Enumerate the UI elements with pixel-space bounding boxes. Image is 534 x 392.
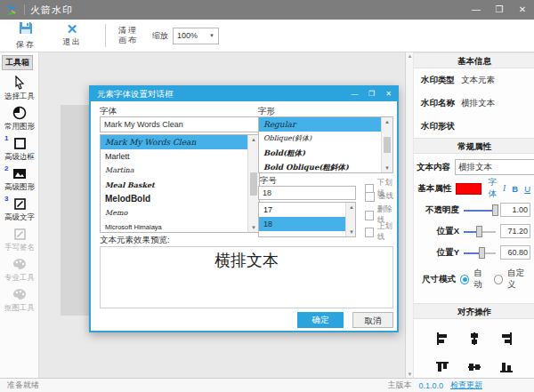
exit-icon: ✕	[67, 23, 78, 36]
scroll-down-icon[interactable]: ▼	[382, 165, 392, 171]
style-list-item[interactable]: Oblique(斜体)	[259, 132, 392, 146]
position-y-row: 位置Y 60.80	[417, 244, 530, 260]
window-maximize-button[interactable]: ❐	[488, 0, 511, 20]
watermark-name-row: 水印名称 横排文本	[414, 92, 534, 115]
style-list-item[interactable]: Bold Oblique(粗斜体)	[259, 160, 392, 173]
font-size-input[interactable]	[258, 186, 356, 200]
text-edit-icon	[13, 196, 27, 212]
scrollbar-thumb[interactable]	[250, 172, 257, 196]
text-color-swatch[interactable]	[456, 183, 481, 195]
zoom-value: 100%	[177, 31, 198, 40]
palette-icon	[12, 257, 27, 272]
align-left-button[interactable]	[435, 332, 449, 348]
save-button-label: 保存	[16, 39, 36, 51]
scrollbar-thumb[interactable]	[384, 137, 391, 153]
font-list[interactable]: Mark My Words Clean Marlett Martina Meal…	[100, 134, 260, 233]
position-x-value[interactable]: 71.20	[500, 224, 530, 238]
watermark-shape-row: 水印形状	[414, 115, 534, 138]
align-grid	[426, 332, 522, 376]
app-window: 火箭水印 — ❐ ✕ 保存 ✕ 退出 清理 画布 缩放 100% ▼	[0, 0, 534, 392]
sidebar-item-common-shapes[interactable]: 常用图形	[0, 104, 39, 133]
font-name-input[interactable]	[100, 116, 260, 132]
underline-toggle[interactable]: U	[524, 184, 530, 194]
style-list-item[interactable]: Regular	[259, 117, 392, 132]
strikethrough-checkbox[interactable]	[365, 211, 374, 220]
scroll-up-icon[interactable]: ▲	[382, 119, 392, 124]
sidebar-item-pro-tools: 专业工具	[0, 255, 39, 284]
clear-canvas-line2: 画布	[118, 36, 138, 45]
opacity-row: 不透明度 1.00	[417, 202, 530, 218]
save-button[interactable]: 保存	[5, 21, 46, 51]
dialog-maximize-button[interactable]: ❐	[363, 87, 380, 101]
preview-box: 横排文本	[100, 246, 393, 308]
size-list-item[interactable]: 17	[259, 203, 355, 217]
size-mode-custom-radio[interactable]	[494, 275, 503, 284]
scroll-down-icon[interactable]: ▼	[406, 372, 414, 377]
toolbar-divider	[105, 24, 106, 47]
align-top-button[interactable]	[435, 360, 449, 376]
text-content-input[interactable]	[455, 159, 534, 175]
font-list-item[interactable]: Mark My Words Clean	[101, 135, 259, 149]
position-y-slider[interactable]	[464, 247, 496, 259]
align-vertical-center-button[interactable]	[467, 332, 481, 348]
baseline-option: 基线	[365, 191, 393, 202]
preview-label: 文本元素效果预览:	[100, 235, 170, 246]
opacity-slider[interactable]	[464, 204, 496, 216]
titlebar: 火箭水印 — ❐ ✕	[0, 0, 534, 20]
window-minimize-button[interactable]: —	[465, 0, 488, 20]
sidebar-item-advanced-text[interactable]: 3 高级文字	[0, 195, 39, 224]
badge-1: 1	[4, 134, 8, 142]
status-ready: 准备就绪	[7, 380, 39, 391]
align-right-button[interactable]	[499, 332, 514, 348]
ok-button[interactable]: 确定	[297, 312, 344, 328]
panel-content: 基本信息 水印类型 文本元素 水印名称 横排文本 水印形状 常规属性 文本内容 …	[414, 52, 534, 378]
position-y-value[interactable]: 60.80	[500, 245, 530, 260]
scroll-up-icon[interactable]: ▲	[346, 204, 356, 210]
dialog-minimize-button[interactable]: —	[346, 87, 363, 101]
sidebar-item-advanced-graphics[interactable]: 2 高级图形	[0, 164, 39, 194]
baseline-checkbox[interactable]	[365, 192, 375, 202]
font-link[interactable]: 字体	[489, 177, 498, 200]
style-list-scrollbar[interactable]: ▲ ▼	[381, 117, 392, 172]
window-close-button[interactable]: ✕	[511, 0, 534, 20]
cancel-button[interactable]: 取消	[352, 312, 393, 328]
size-mode-auto-radio[interactable]	[460, 275, 469, 284]
font-list-item[interactable]: MelodBold	[101, 192, 259, 206]
preview-text: 横排文本	[101, 250, 392, 271]
align-horizontal-center-button[interactable]	[467, 360, 481, 376]
bold-toggle[interactable]: B	[512, 184, 518, 194]
dialog-close-button[interactable]: ✕	[380, 87, 397, 101]
italic-toggle[interactable]: I	[503, 184, 506, 193]
zoom-group: 缩放 100% ▼	[152, 28, 219, 44]
exit-button[interactable]: ✕ 退出	[52, 23, 93, 48]
font-settings-dialog: 元素字体设置对话框 — ❐ ✕ 字体 Mark My Words Clean M…	[89, 85, 399, 332]
zoom-dropdown[interactable]: 100% ▼	[173, 28, 219, 44]
check-update-link[interactable]: 检查更新	[450, 380, 482, 391]
panel-scrollbar[interactable]: ▲ ▼	[406, 52, 414, 378]
badge-2: 2	[4, 164, 8, 172]
version-label: 主版本	[387, 380, 411, 391]
format-links: 字体 I B U	[489, 177, 530, 200]
overline-option: 上划线	[365, 221, 397, 243]
sidebar-item-select-tool[interactable]: 选择工具	[0, 74, 39, 103]
font-list-item[interactable]: Microsoft Himalaya	[101, 220, 259, 233]
font-list-item[interactable]: Marlett	[101, 149, 259, 164]
size-list-scrollbar[interactable]: ▲ ▼	[345, 203, 355, 236]
size-list[interactable]: 17 18 ▲ ▼	[258, 202, 356, 237]
scroll-down-icon[interactable]: ▼	[346, 229, 356, 235]
font-list-item[interactable]: Memo	[101, 206, 259, 220]
sidebar-item-advanced-border[interactable]: 1 高级边框	[0, 134, 39, 164]
scroll-up-icon[interactable]: ▲	[406, 53, 414, 59]
font-list-item[interactable]: Meal Basket	[101, 178, 259, 192]
style-list-item[interactable]: Bold(粗体)	[259, 146, 392, 160]
style-list[interactable]: Regular Oblique(斜体) Bold(粗体) Bold Obliqu…	[258, 116, 393, 173]
position-x-slider[interactable]	[464, 226, 496, 237]
align-bottom-button[interactable]	[499, 360, 514, 376]
clear-canvas-button[interactable]: 清理 画布	[118, 26, 138, 45]
window-controls: — ❐ ✕	[465, 0, 534, 20]
font-list-item[interactable]: Martina	[101, 164, 259, 178]
overline-checkbox[interactable]	[365, 228, 374, 237]
size-list-item[interactable]: 18	[259, 217, 355, 231]
statusbar: 准备就绪 主版本 0.1.0.0 检查更新	[0, 378, 534, 392]
opacity-value[interactable]: 1.00	[500, 203, 530, 217]
